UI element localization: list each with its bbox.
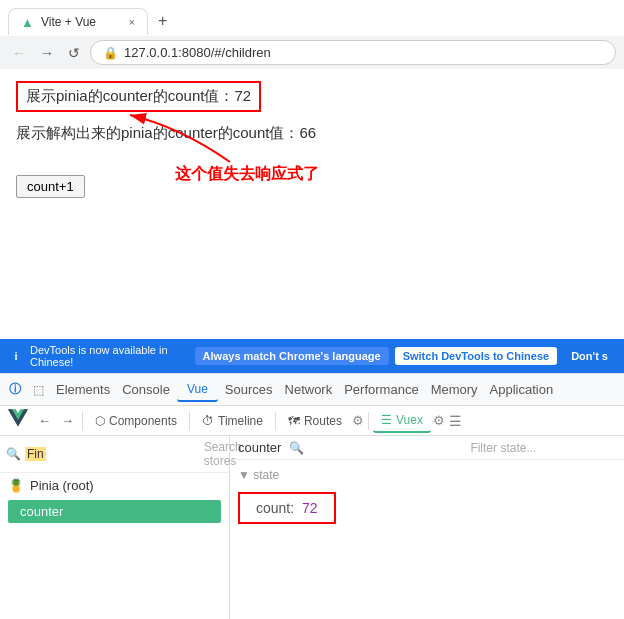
pinia-root-label: Pinia (root) [30, 478, 94, 493]
count-display: count: 72 [238, 492, 336, 524]
vdt-routes-tab[interactable]: 🗺 Routes [280, 410, 350, 432]
search-icon: 🔍 [6, 447, 21, 461]
devtools-main: 🔍 Fin Search stores 🍍 Pinia (root) count… [0, 436, 624, 619]
vdt-timeline-tab[interactable]: ⏱ Timeline [194, 410, 271, 432]
devtools-toolbar: ⓘ ⬚ Elements Console Vue Sources Network… [0, 374, 624, 406]
store-name-label: counter [238, 440, 281, 455]
page-content: 展示pinia的counter的count值：72 展示解构出来的pinia的c… [0, 69, 624, 339]
devtools-elements-tab[interactable]: Elements [51, 379, 115, 400]
annotation-text: 这个值失去响应式了 [175, 164, 319, 185]
url-bar[interactable]: 🔒 127.0.0.1:8080/#/children [90, 40, 616, 65]
dont-button[interactable]: Don't s [563, 347, 616, 365]
vdt-components-tab[interactable]: ⬡ Components [87, 410, 185, 432]
dt-info-icon[interactable]: ⓘ [4, 378, 26, 401]
forward-button[interactable]: → [36, 43, 58, 63]
dt-right-content: ▼ state count: 72 [230, 460, 624, 532]
counter-display-destructured: 展示解构出来的pinia的counter的count值：66 [16, 120, 608, 147]
secure-icon: 🔒 [103, 46, 118, 60]
count-key: count: [256, 500, 294, 516]
devtools-network-tab[interactable]: Network [280, 379, 338, 400]
dt-right-header: counter 🔍 Filter state... [230, 436, 624, 460]
vdt-separator2 [189, 412, 190, 430]
tab-favicon: ▲ [21, 15, 35, 29]
url-text: 127.0.0.1:8080/#/children [124, 45, 271, 60]
count-plus-button[interactable]: count+1 [16, 175, 85, 198]
vdt-menu-icon[interactable]: ☰ [449, 413, 462, 429]
line2-value: 66 [299, 124, 316, 141]
vdt-separator4 [368, 412, 369, 430]
devtools-console-tab[interactable]: Console [117, 379, 175, 400]
pinia-icon: 🍍 [8, 478, 24, 493]
vdt-vuex-label: Vuex [396, 413, 423, 427]
search-stores-input[interactable] [50, 447, 200, 461]
active-tab[interactable]: ▲ Vite + Vue × [8, 8, 148, 35]
fin-highlight: Fin [25, 447, 46, 461]
reload-button[interactable]: ↺ [64, 43, 84, 63]
line1-value: 72 [234, 87, 251, 104]
switch-devtools-button[interactable]: Switch DevTools to Chinese [395, 347, 558, 365]
address-bar: ← → ↺ 🔒 127.0.0.1:8080/#/children [0, 36, 624, 69]
pinia-root-item[interactable]: 🍍 Pinia (root) [0, 473, 229, 498]
line1-prefix: 展示pinia的counter的count值： [26, 87, 234, 104]
tab-bar: ▲ Vite + Vue × + [0, 0, 624, 36]
vdt-vuex-gear-icon[interactable]: ⚙ [433, 413, 445, 428]
state-label: ▼ state [238, 468, 616, 482]
dt-right-panel: counter 🔍 Filter state... ▼ state count:… [230, 436, 624, 619]
vdt-components-icon: ⬡ [95, 414, 105, 428]
dt-left-search-row: 🔍 Fin Search stores [0, 436, 229, 473]
count-value: 72 [302, 500, 318, 516]
vdt-separator1 [82, 412, 83, 430]
new-tab-button[interactable]: + [148, 6, 177, 36]
vue-devtools-tabs: ← → ⬡ Components ⏱ Timeline 🗺 Routes ⚙ ☰… [0, 406, 624, 436]
dt-inspect-icon[interactable]: ⬚ [28, 380, 49, 400]
devtools-memory-tab[interactable]: Memory [426, 379, 483, 400]
filter-state-input[interactable] [312, 441, 462, 455]
vdt-routes-label: Routes [304, 414, 342, 428]
devtools-sources-tab[interactable]: Sources [220, 379, 278, 400]
vdt-gear-icon[interactable]: ⚙ [352, 413, 364, 428]
devtools-notification-bar: i DevTools is now available in Chinese! … [0, 339, 624, 373]
vdt-routes-icon: 🗺 [288, 414, 300, 428]
filter-placeholder-text: Filter state... [470, 441, 536, 455]
vdt-vuex-icon: ☰ [381, 413, 392, 427]
arrow-annotation [120, 107, 240, 167]
vue-logo-icon [8, 409, 28, 432]
devtools-performance-tab[interactable]: Performance [339, 379, 423, 400]
back-button[interactable]: ← [8, 43, 30, 63]
tab-close-button[interactable]: × [129, 16, 135, 28]
counter-store-item[interactable]: counter [8, 500, 221, 523]
vdt-back-button[interactable]: ← [34, 411, 55, 430]
vdt-components-label: Components [109, 414, 177, 428]
vdt-timeline-icon: ⏱ [202, 414, 214, 428]
devtools-panel: ⓘ ⬚ Elements Console Vue Sources Network… [0, 373, 624, 619]
devtools-application-tab[interactable]: Application [485, 379, 559, 400]
devtools-vue-tab[interactable]: Vue [177, 378, 218, 402]
dt-left-panel: 🔍 Fin Search stores 🍍 Pinia (root) count… [0, 436, 230, 619]
vdt-vuex-tab[interactable]: ☰ Vuex [373, 409, 431, 433]
vdt-timeline-label: Timeline [218, 414, 263, 428]
notification-info-icon: i [8, 348, 24, 364]
filter-search-icon: 🔍 [289, 441, 304, 455]
browser-chrome: ▲ Vite + Vue × + ← → ↺ 🔒 127.0.0.1:8080/… [0, 0, 624, 69]
tab-title: Vite + Vue [41, 15, 123, 29]
vdt-forward-button[interactable]: → [57, 411, 78, 430]
vdt-separator3 [275, 412, 276, 430]
always-match-button[interactable]: Always match Chrome's language [195, 347, 389, 365]
notification-text: DevTools is now available in Chinese! [30, 344, 189, 368]
